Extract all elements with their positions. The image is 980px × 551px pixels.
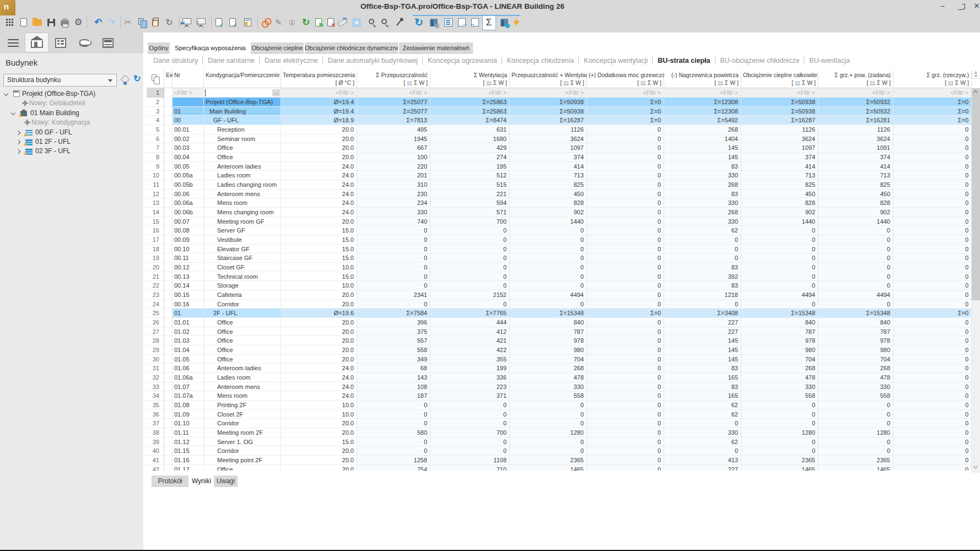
column-header-temp[interactable]: Temperatura pomieszczenia[ Ø °C ] — [281, 70, 357, 88]
cell-obc[interactable]: 0 — [741, 272, 819, 282]
cell-nagrz[interactable]: 268 — [664, 180, 741, 190]
cell-zad[interactable]: 0 — [819, 401, 893, 410]
cell-pw[interactable]: 268 — [510, 364, 587, 373]
cell-obc[interactable]: 0 — [741, 419, 819, 428]
cell-obc[interactable]: 268 — [741, 364, 819, 373]
cell-went[interactable]: 421 — [430, 336, 510, 345]
cell-obc[interactable]: 0 — [741, 410, 819, 419]
cell-kond[interactable]: Mens changing room — [204, 208, 281, 217]
cell-rzecz[interactable]: 0 — [893, 290, 972, 300]
cell-pw[interactable]: 0 — [510, 253, 587, 263]
cell-dod[interactable]: 0 — [587, 125, 664, 134]
cell-kond[interactable]: Closet GF — [204, 263, 281, 272]
cell-zad[interactable]: 268 — [819, 364, 893, 373]
cell-went[interactable]: Σ=7765 — [430, 309, 510, 318]
cell-pw[interactable]: 787 — [510, 327, 587, 337]
cell-rownum[interactable]: 35 — [147, 401, 164, 410]
refresh-icon[interactable]: ↻ — [412, 12, 426, 33]
cell-rzecz[interactable]: 0 — [893, 217, 972, 226]
cell-went[interactable]: 0 — [430, 226, 510, 235]
cell-obc[interactable]: 1126 — [741, 125, 819, 134]
cell-przep[interactable]: 0 — [357, 263, 430, 272]
cell-pw[interactable]: 3624 — [510, 134, 587, 144]
cell-went[interactable]: 0 — [430, 253, 510, 263]
cell-ew[interactable] — [164, 272, 173, 282]
cell-went[interactable]: 0 — [430, 263, 510, 272]
cell-zad[interactable]: 478 — [819, 373, 893, 382]
cell-pw[interactable]: 1465 — [510, 465, 587, 471]
cell-nr[interactable]: 01.17 — [173, 465, 204, 471]
cell-przep[interactable]: 396 — [357, 318, 430, 327]
cell-przep[interactable]: 0 — [357, 437, 430, 447]
cell-przep[interactable]: 0 — [357, 272, 430, 282]
cell-obc[interactable]: 0 — [741, 245, 819, 254]
cell-ew[interactable] — [164, 437, 173, 447]
section-Koncepcja ogrzewania[interactable]: Koncepcja ogrzewania — [428, 56, 497, 66]
redo-icon[interactable]: ↷ — [105, 12, 118, 33]
cell-ew[interactable] — [164, 290, 173, 300]
print-icon[interactable] — [58, 12, 71, 33]
cell-ew[interactable] — [164, 98, 173, 107]
cell-zad[interactable]: 828 — [819, 198, 893, 208]
cell-rzecz[interactable]: 0 — [893, 318, 972, 327]
cell-zad[interactable]: 713 — [819, 171, 893, 180]
column-header-rzecz[interactable]: Σ grz. (rzeczyw.)[ ▤ Σ W ] — [893, 70, 972, 88]
structure-select[interactable]: Struktura budynku — [3, 74, 117, 87]
cell-obc[interactable]: 0 — [741, 263, 819, 272]
cell-nr[interactable]: 00.05b — [173, 180, 204, 190]
cell-pw[interactable]: 330 — [510, 382, 587, 392]
cell-rzecz[interactable]: 0 — [893, 345, 972, 355]
cell-went[interactable]: 0 — [430, 410, 510, 419]
cell-pw[interactable]: 1126 — [510, 125, 587, 134]
cell-dod[interactable]: 0 — [587, 336, 664, 345]
cell-przep[interactable]: 0 — [357, 401, 430, 410]
cell-rzecz[interactable]: 0 — [893, 382, 972, 392]
cell-nr[interactable]: 01.01 — [173, 318, 204, 327]
cell-kond[interactable]: Mens room — [204, 198, 281, 208]
cell-kond[interactable]: Server GF — [204, 226, 281, 235]
cell-obc[interactable]: 0 — [741, 300, 819, 309]
cell-rzecz[interactable]: 0 — [893, 437, 972, 447]
cell-pw[interactable]: 1440 — [510, 217, 587, 226]
cell-nr[interactable]: 01.04 — [173, 345, 204, 355]
cell-rownum[interactable]: 26 — [147, 318, 164, 327]
cell-zad[interactable]: 374 — [819, 153, 893, 162]
cell-rownum[interactable]: 7 — [147, 143, 164, 153]
cell-temp[interactable]: 24.0 — [281, 373, 357, 382]
cell-zad[interactable]: 0 — [819, 446, 893, 456]
cell-ew[interactable] — [164, 428, 173, 437]
refresh-icon[interactable]: ↻ — [133, 73, 141, 84]
cell-obc[interactable]: 330 — [741, 382, 819, 392]
cell-przep[interactable]: 108 — [357, 382, 430, 392]
cell-przep[interactable]: 0 — [357, 300, 430, 309]
cell-przep[interactable]: 1258 — [357, 456, 430, 465]
cell-dod[interactable]: 0 — [587, 401, 664, 410]
cell-rownum[interactable]: 29 — [147, 345, 164, 355]
cell-nagrz[interactable]: Σ=3408 — [664, 309, 741, 318]
cell-ew[interactable] — [164, 143, 173, 153]
cell-kond[interactable]: Corridor — [204, 300, 281, 309]
cell-temp[interactable]: 24.0 — [281, 382, 357, 392]
cell-dod[interactable]: Σ=0 — [587, 98, 664, 107]
cell-nagrz[interactable]: 83 — [664, 281, 741, 290]
cell-obc[interactable]: 713 — [741, 171, 819, 180]
cell-temp[interactable]: 20.0 — [281, 125, 357, 134]
cell-temp[interactable]: 15.0 — [281, 272, 357, 282]
cell-ew[interactable] — [164, 217, 173, 226]
cell-nr[interactable]: 00.04 — [173, 153, 204, 162]
cell-przep[interactable]: 0 — [357, 419, 430, 428]
cell-temp[interactable]: 24.0 — [281, 208, 357, 217]
tree-item[interactable]: 01 Main Building — [0, 109, 143, 118]
cell-przep[interactable]: 68 — [357, 364, 430, 373]
cell-ew[interactable] — [164, 226, 173, 235]
cell-ew[interactable] — [164, 327, 173, 337]
cell-rzecz[interactable]: 0 — [893, 300, 972, 309]
cell-zad[interactable]: 1465 — [819, 465, 893, 471]
cell-nagrz[interactable]: 83 — [664, 382, 741, 392]
cell-ew[interactable] — [164, 345, 173, 355]
cell-rownum[interactable]: 8 — [147, 153, 164, 162]
cell-pw[interactable]: Σ=50938 — [510, 98, 587, 107]
cell-nr[interactable]: 01.07a — [173, 391, 204, 401]
cell-przep[interactable]: 0 — [357, 235, 430, 245]
cell-przep[interactable]: 495 — [357, 125, 430, 134]
